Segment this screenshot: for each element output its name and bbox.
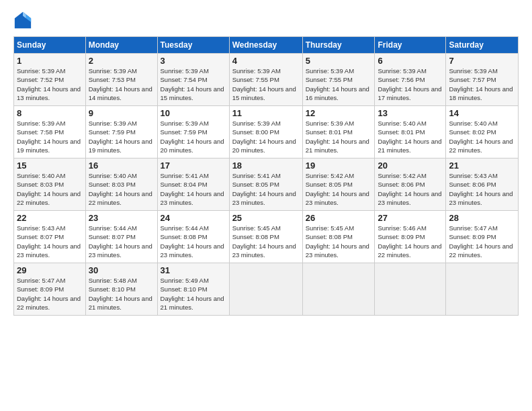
calendar-cell: 28Sunrise: 5:47 AMSunset: 8:09 PMDayligh… (446, 211, 519, 263)
weekday-header-tuesday: Tuesday (157, 37, 229, 54)
calendar-cell: 17Sunrise: 5:41 AMSunset: 8:04 PMDayligh… (157, 158, 229, 211)
calendar-cell (375, 263, 446, 316)
weekday-header-wednesday: Wednesday (229, 37, 302, 54)
header (13, 11, 519, 30)
day-detail: Sunrise: 5:41 AMSunset: 8:04 PMDaylight:… (161, 172, 224, 206)
day-number: 5 (306, 56, 372, 66)
day-detail: Sunrise: 5:39 AMSunset: 7:59 PMDaylight:… (161, 120, 224, 154)
calendar-cell: 9Sunrise: 5:39 AMSunset: 7:59 PMDaylight… (85, 106, 157, 158)
calendar-cell: 27Sunrise: 5:46 AMSunset: 8:09 PMDayligh… (375, 211, 446, 263)
calendar-cell: 8Sunrise: 5:39 AMSunset: 7:58 PMDaylight… (14, 106, 86, 158)
calendar-cell: 6Sunrise: 5:39 AMSunset: 7:56 PMDaylight… (375, 54, 446, 106)
logo-icon (13, 11, 32, 30)
day-detail: Sunrise: 5:39 AMSunset: 7:57 PMDaylight:… (449, 67, 513, 101)
day-detail: Sunrise: 5:44 AMSunset: 8:08 PMDaylight:… (161, 224, 224, 259)
day-detail: Sunrise: 5:49 AMSunset: 8:10 PMDaylight:… (161, 277, 224, 311)
day-number: 13 (378, 108, 443, 118)
day-detail: Sunrise: 5:39 AMSunset: 7:53 PMDaylight:… (89, 67, 152, 101)
day-number: 6 (378, 56, 443, 66)
calendar-cell: 15Sunrise: 5:40 AMSunset: 8:03 PMDayligh… (14, 158, 86, 211)
day-number: 10 (161, 108, 226, 118)
day-detail: Sunrise: 5:47 AMSunset: 8:09 PMDaylight:… (449, 224, 513, 259)
calendar-cell: 23Sunrise: 5:44 AMSunset: 8:07 PMDayligh… (85, 211, 157, 263)
day-detail: Sunrise: 5:40 AMSunset: 8:03 PMDaylight:… (17, 172, 81, 206)
day-number: 8 (17, 108, 83, 118)
day-number: 20 (378, 161, 443, 171)
day-detail: Sunrise: 5:42 AMSunset: 8:06 PMDaylight:… (378, 172, 441, 206)
day-number: 31 (161, 265, 226, 275)
weekday-header-thursday: Thursday (302, 37, 375, 54)
calendar-cell: 21Sunrise: 5:43 AMSunset: 8:06 PMDayligh… (446, 158, 519, 211)
calendar-cell: 2Sunrise: 5:39 AMSunset: 7:53 PMDaylight… (85, 54, 157, 106)
day-detail: Sunrise: 5:40 AMSunset: 8:03 PMDaylight:… (89, 172, 152, 206)
calendar-cell: 16Sunrise: 5:40 AMSunset: 8:03 PMDayligh… (85, 158, 157, 211)
day-detail: Sunrise: 5:39 AMSunset: 7:58 PMDaylight:… (17, 120, 81, 154)
day-number: 17 (161, 161, 226, 171)
day-number: 14 (449, 108, 515, 118)
day-number: 19 (306, 161, 372, 171)
calendar-cell: 29Sunrise: 5:47 AMSunset: 8:09 PMDayligh… (14, 263, 86, 316)
day-detail: Sunrise: 5:39 AMSunset: 7:56 PMDaylight:… (378, 67, 441, 101)
logo (13, 11, 34, 30)
calendar-cell (446, 263, 519, 316)
day-number: 30 (89, 265, 154, 275)
day-detail: Sunrise: 5:39 AMSunset: 8:00 PMDaylight:… (232, 120, 296, 154)
day-detail: Sunrise: 5:40 AMSunset: 8:02 PMDaylight:… (449, 120, 513, 154)
day-detail: Sunrise: 5:43 AMSunset: 8:06 PMDaylight:… (449, 172, 513, 206)
calendar-cell: 19Sunrise: 5:42 AMSunset: 8:05 PMDayligh… (302, 158, 375, 211)
weekday-header-saturday: Saturday (446, 37, 519, 54)
weekday-header-sunday: Sunday (14, 37, 86, 54)
day-number: 16 (89, 161, 154, 171)
day-detail: Sunrise: 5:47 AMSunset: 8:09 PMDaylight:… (17, 277, 81, 311)
calendar-cell: 24Sunrise: 5:44 AMSunset: 8:08 PMDayligh… (157, 211, 229, 263)
day-detail: Sunrise: 5:39 AMSunset: 7:59 PMDaylight:… (89, 120, 152, 154)
calendar-cell: 12Sunrise: 5:39 AMSunset: 8:01 PMDayligh… (302, 106, 375, 158)
calendar-week-2: 8Sunrise: 5:39 AMSunset: 7:58 PMDaylight… (14, 106, 519, 158)
day-detail: Sunrise: 5:44 AMSunset: 8:07 PMDaylight:… (89, 224, 152, 259)
day-detail: Sunrise: 5:45 AMSunset: 8:08 PMDaylight:… (306, 224, 369, 259)
day-detail: Sunrise: 5:39 AMSunset: 7:55 PMDaylight:… (232, 67, 296, 101)
calendar-week-3: 15Sunrise: 5:40 AMSunset: 8:03 PMDayligh… (14, 158, 519, 211)
calendar-cell: 4Sunrise: 5:39 AMSunset: 7:55 PMDaylight… (229, 54, 302, 106)
calendar-cell: 26Sunrise: 5:45 AMSunset: 8:08 PMDayligh… (302, 211, 375, 263)
day-number: 2 (89, 56, 154, 66)
day-detail: Sunrise: 5:40 AMSunset: 8:01 PMDaylight:… (378, 120, 441, 154)
day-number: 12 (306, 108, 372, 118)
day-detail: Sunrise: 5:42 AMSunset: 8:05 PMDaylight:… (306, 172, 369, 206)
day-number: 3 (161, 56, 226, 66)
calendar-cell: 1Sunrise: 5:39 AMSunset: 7:52 PMDaylight… (14, 54, 86, 106)
day-detail: Sunrise: 5:45 AMSunset: 8:08 PMDaylight:… (232, 224, 296, 259)
weekday-header-row: SundayMondayTuesdayWednesdayThursdayFrid… (14, 37, 519, 54)
calendar-week-4: 22Sunrise: 5:43 AMSunset: 8:07 PMDayligh… (14, 211, 519, 263)
day-detail: Sunrise: 5:39 AMSunset: 7:55 PMDaylight:… (306, 67, 369, 101)
day-number: 22 (17, 213, 83, 223)
calendar-cell: 25Sunrise: 5:45 AMSunset: 8:08 PMDayligh… (229, 211, 302, 263)
day-detail: Sunrise: 5:41 AMSunset: 8:05 PMDaylight:… (232, 172, 296, 206)
calendar-cell (229, 263, 302, 316)
day-detail: Sunrise: 5:48 AMSunset: 8:10 PMDaylight:… (89, 277, 152, 311)
calendar-cell: 18Sunrise: 5:41 AMSunset: 8:05 PMDayligh… (229, 158, 302, 211)
day-number: 1 (17, 56, 83, 66)
calendar-cell: 10Sunrise: 5:39 AMSunset: 7:59 PMDayligh… (157, 106, 229, 158)
day-number: 29 (17, 265, 83, 275)
day-number: 21 (449, 161, 515, 171)
day-number: 25 (232, 213, 300, 223)
day-detail: Sunrise: 5:39 AMSunset: 7:52 PMDaylight:… (17, 67, 81, 101)
day-number: 9 (89, 108, 154, 118)
calendar-table: SundayMondayTuesdayWednesdayThursdayFrid… (13, 36, 519, 316)
day-detail: Sunrise: 5:46 AMSunset: 8:09 PMDaylight:… (378, 224, 441, 259)
weekday-header-monday: Monday (85, 37, 157, 54)
calendar-cell: 20Sunrise: 5:42 AMSunset: 8:06 PMDayligh… (375, 158, 446, 211)
day-number: 11 (232, 108, 300, 118)
day-number: 27 (378, 213, 443, 223)
day-detail: Sunrise: 5:39 AMSunset: 8:01 PMDaylight:… (306, 120, 369, 154)
day-number: 7 (449, 56, 515, 66)
calendar-cell: 3Sunrise: 5:39 AMSunset: 7:54 PMDaylight… (157, 54, 229, 106)
calendar-cell: 13Sunrise: 5:40 AMSunset: 8:01 PMDayligh… (375, 106, 446, 158)
day-number: 15 (17, 161, 83, 171)
day-number: 4 (232, 56, 300, 66)
calendar-cell: 31Sunrise: 5:49 AMSunset: 8:10 PMDayligh… (157, 263, 229, 316)
day-detail: Sunrise: 5:43 AMSunset: 8:07 PMDaylight:… (17, 224, 81, 259)
page: SundayMondayTuesdayWednesdayThursdayFrid… (0, 0, 532, 322)
calendar-cell (302, 263, 375, 316)
